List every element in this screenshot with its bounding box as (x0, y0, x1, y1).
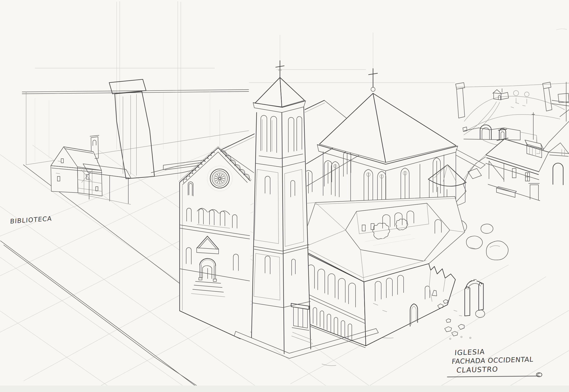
church-west-facade (179, 146, 251, 341)
crossing-tower (317, 69, 458, 217)
cloister (300, 196, 508, 348)
hill-contours (464, 96, 565, 131)
crossing-finial-cross-icon (369, 69, 377, 91)
annotation-line-claustro: CLAUSTRO (456, 365, 498, 374)
apse-cone (428, 165, 466, 182)
bell-tower (251, 61, 311, 354)
wall-pier-right (543, 82, 552, 111)
pencil-sketch-canvas (0, 0, 569, 392)
far-right-walls (552, 82, 569, 121)
sketch-page: BIBLIOTECA IGLESIA FACHADA OCCIDENTAL CL… (0, 0, 569, 392)
wall-pier-left (456, 83, 465, 118)
farmhouse (447, 112, 569, 249)
library-building (51, 147, 131, 204)
ruined-arch (465, 280, 485, 318)
wall-base-line (23, 165, 205, 303)
boulder (486, 241, 508, 260)
bell-cote (497, 128, 508, 140)
bell-tower-cross-icon (276, 61, 284, 77)
circled-signature-mark-icon (536, 372, 543, 378)
lightning-rod (532, 112, 535, 140)
annotation-line-iglesia: IGLESIA (455, 348, 486, 357)
paper-bottom-edge (0, 385, 569, 392)
